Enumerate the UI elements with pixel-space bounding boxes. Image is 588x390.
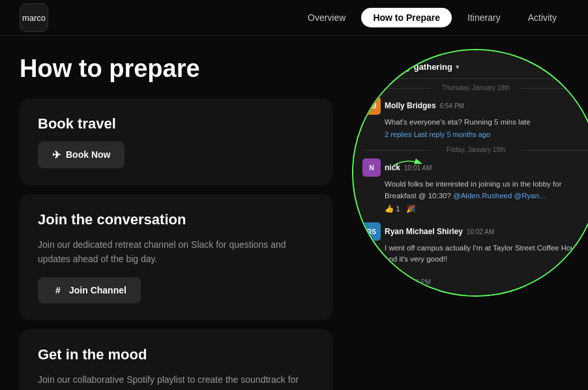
join-channel-button[interactable]: # Join Channel — [38, 277, 141, 303]
header: marco Overview How to Prepare Itinerary … — [0, 0, 588, 36]
arrow-indicator — [391, 153, 430, 173]
nav: Overview How to Prepare Itinerary Activi… — [296, 8, 568, 27]
body-nick: Would folks be interested in joining us … — [362, 179, 588, 202]
slack-channel-header: # sf-january-gathering ▾ — [362, 57, 588, 79]
mention-ryan: @Ryan... — [514, 192, 546, 200]
get-in-mood-desc: Join our collaborative Spotify playlist … — [38, 372, 314, 390]
join-conversation-card: Join the conversation Join our dedicated… — [20, 194, 332, 320]
username-felix: Felix — [385, 278, 402, 287]
username-molly: Molly Bridges — [385, 101, 436, 110]
left-column: How to prepare Book travel ✈ Book Now Jo… — [20, 55, 332, 390]
slack-circle-border: # sf-january-gathering ▾ Thursday, Janua… — [352, 49, 588, 297]
get-in-mood-title: Get in the mood — [38, 346, 314, 363]
chevron-icon: ▾ — [456, 63, 459, 70]
book-now-label: Book Now — [66, 149, 110, 160]
slack-circle-inner: # sf-january-gathering ▾ Thursday, Janua… — [353, 50, 588, 295]
body-molly: What's everyone's eta? Running 5 mins la… — [362, 117, 588, 128]
logo-text: marco — [22, 13, 46, 23]
join-conversation-desc: Join our dedicated retreat channel on Sl… — [38, 237, 314, 267]
join-channel-label: Join Channel — [69, 285, 126, 295]
main-content: How to prepare Book travel ✈ Book Now Jo… — [0, 36, 588, 390]
slack-window: # sf-january-gathering ▾ Thursday, Janua… — [353, 50, 588, 295]
get-in-mood-card: Get in the mood Join our collaborative S… — [20, 329, 332, 390]
plane-icon: ✈ — [52, 149, 61, 161]
right-column: # sf-january-gathering ▾ Thursday, Janua… — [352, 49, 588, 390]
book-travel-card: Book travel ✈ Book Now — [20, 98, 332, 185]
arrow-icon — [391, 153, 430, 173]
username-ryan: Ryan Michael Shirley — [385, 227, 463, 236]
mention-here: @here — [385, 295, 407, 296]
time-felix: 2:50 PM — [406, 278, 430, 286]
slack-channel-name: sf-january-gathering — [370, 62, 452, 72]
nav-activity[interactable]: Activity — [516, 8, 568, 27]
body-ryan: I went off campus actually I'm at Taylor… — [362, 243, 588, 265]
page-title: How to prepare — [20, 55, 332, 83]
slack-message-molly: MB Molly Bridges 6:54 PM What's everyone… — [362, 97, 588, 138]
book-travel-title: Book travel — [38, 115, 314, 132]
avatar-molly: MB — [362, 97, 381, 115]
mention-alden: @Alden.Rusheed — [453, 192, 512, 200]
date-divider-1: Thursday, January 18th — [362, 84, 588, 91]
survey-link[interactable]: Post-Offsite Survey — [409, 295, 474, 296]
body-nick-reaction: 👍 1 🎉 — [362, 203, 588, 215]
time-molly: 6:54 PM — [440, 102, 464, 110]
join-conversation-title: Join the conversation — [38, 211, 314, 228]
nav-overview[interactable]: Overview — [296, 8, 357, 27]
hash-icon: # — [362, 62, 367, 72]
slack-message-ryan: RS Ryan Michael Shirley 10:02 AM I went … — [362, 222, 588, 265]
logo[interactable]: marco — [20, 3, 48, 32]
body-felix: @here Post-Offsite Survey Thanks again f… — [362, 293, 588, 296]
avatar-felix: F — [362, 273, 381, 292]
slack-preview-container: # sf-january-gathering ▾ Thursday, Janua… — [352, 49, 588, 297]
avatar-ryan: RS — [362, 222, 381, 241]
date-divider-2: Friday, January 19th — [362, 146, 588, 153]
time-ryan: 10:02 AM — [467, 228, 494, 235]
nav-itinerary[interactable]: Itinerary — [456, 8, 512, 27]
avatar-nick: N — [362, 158, 381, 177]
hashtag-icon: # — [52, 284, 64, 296]
replies-molly[interactable]: 2 replies Last reply 5 months ago — [362, 130, 588, 138]
slack-message-felix: F Felix 2:50 PM @here Post-Offsite Surve… — [362, 273, 588, 296]
book-now-button[interactable]: ✈ Book Now — [38, 142, 125, 168]
nav-how-to-prepare[interactable]: How to Prepare — [361, 8, 452, 27]
